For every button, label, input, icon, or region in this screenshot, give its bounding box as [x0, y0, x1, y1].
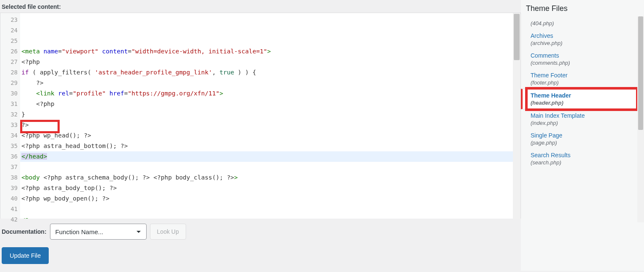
- sidebar-scrollbar[interactable]: [637, 16, 644, 222]
- highlight-box-head-close: [20, 120, 60, 133]
- editor-scrollbar[interactable]: [513, 13, 520, 219]
- theme-file-item[interactable]: Theme Header(header.php): [521, 89, 644, 109]
- theme-files-title: Theme Files: [521, 0, 644, 16]
- code-editor[interactable]: 2324252627282930313233343536373839404142…: [0, 13, 521, 219]
- theme-file-item[interactable]: (404.php): [521, 16, 644, 29]
- code-area[interactable]: <meta name="viewport" content="width=dev…: [20, 13, 513, 219]
- lookup-button[interactable]: Look Up: [150, 224, 186, 240]
- theme-file-item[interactable]: Single Page(page.php): [521, 129, 644, 149]
- theme-file-item[interactable]: Search Results(search.php): [521, 149, 644, 169]
- theme-file-item[interactable]: Main Index Template(index.php): [521, 109, 644, 129]
- theme-file-item[interactable]: Archives(archive.php): [521, 29, 644, 49]
- line-number-gutter: 2324252627282930313233343536373839404142: [0, 13, 20, 219]
- documentation-label: Documentation:: [2, 228, 47, 235]
- selected-file-content-label: Selected file content:: [0, 0, 521, 13]
- theme-file-item[interactable]: Comments(comments.php): [521, 49, 644, 69]
- theme-file-item[interactable]: Theme Footer(footer.php): [521, 69, 644, 89]
- function-name-select[interactable]: Function Name...: [50, 224, 147, 240]
- update-file-button[interactable]: Update File: [2, 247, 49, 264]
- documentation-bar: Documentation: Function Name... Look Up: [0, 219, 521, 245]
